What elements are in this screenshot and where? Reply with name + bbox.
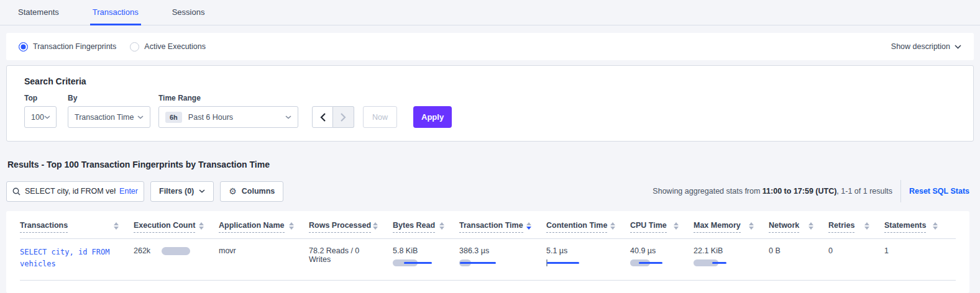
table-row: SELECT city, id FROM vehicles 262k movr … <box>20 239 969 274</box>
top-label: Top <box>24 94 57 102</box>
columns-button[interactable]: ⚙ Columns <box>220 181 283 202</box>
by-label: By <box>68 94 150 102</box>
radio-unselected-icon <box>130 42 139 52</box>
time-range-field: Time Range 6h Past 6 Hours <box>158 94 298 128</box>
view-toggle-card: Transaction Fingerprints Active Executio… <box>6 33 974 60</box>
search-criteria-card: Search Criteria Top 100 By Transaction T… <box>6 65 974 142</box>
search-input[interactable] <box>25 187 116 196</box>
table-header-row: Transactions Execution Count Application… <box>20 221 969 233</box>
time-nav-buttons <box>312 106 354 128</box>
col-header-transaction-time[interactable]: Transaction Time <box>459 221 546 233</box>
cell-application-name: movr <box>219 246 309 274</box>
stats-time-range: 11:00 to 17:59 (UTC) <box>762 187 836 196</box>
search-criteria-title: Search Criteria <box>24 76 956 86</box>
top-field: Top 100 <box>24 94 57 128</box>
transaction-fingerprint-link[interactable]: SELECT city, id FROM vehicles <box>20 248 110 268</box>
col-header-rows-processed[interactable]: Rows Processed <box>309 221 393 233</box>
max-memory-bar <box>694 259 754 267</box>
sort-icon[interactable] <box>289 222 294 230</box>
chevron-down-icon <box>44 115 50 119</box>
sort-icon[interactable] <box>610 222 615 230</box>
chevron-down-icon <box>199 189 205 193</box>
radio-active-executions[interactable]: Active Executions <box>130 42 206 52</box>
now-button[interactable]: Now <box>363 106 397 128</box>
col-header-retries[interactable]: Retries <box>828 221 884 233</box>
tab-transactions[interactable]: Transactions <box>90 0 141 25</box>
time-range-value: Past 6 Hours <box>188 113 285 122</box>
cpu-time-bar <box>630 259 679 267</box>
transaction-time-bar <box>459 259 531 267</box>
cell-retries: 0 <box>828 246 884 274</box>
time-range-badge: 6h <box>165 112 182 123</box>
cell-rows-processed: 78.2 Reads / 0 Writes <box>309 246 393 274</box>
col-header-bytes-read[interactable]: Bytes Read <box>393 221 459 233</box>
radio-label: Active Executions <box>144 42 206 51</box>
execution-count-bar <box>162 247 190 255</box>
top-select[interactable]: 100 <box>24 106 57 128</box>
reset-sql-stats-link[interactable]: Reset SQL Stats <box>909 187 969 196</box>
by-select[interactable]: Transaction Time <box>68 106 150 128</box>
cell-cpu-time: 40.9 µs <box>630 246 694 274</box>
previous-time-window-button[interactable] <box>312 106 333 128</box>
sort-icon[interactable] <box>439 222 444 230</box>
search-criteria-controls: Top 100 By Transaction Time Time Range 6… <box>24 94 956 128</box>
cell-bytes-read: 5.8 KiB <box>393 246 459 274</box>
radio-transaction-fingerprints[interactable]: Transaction Fingerprints <box>19 42 116 52</box>
aggregated-stats-note: Showing aggregated stats from 11:00 to 1… <box>653 187 892 196</box>
search-icon <box>12 187 21 196</box>
show-description-toggle[interactable]: Show description <box>891 42 961 51</box>
search-enter-button[interactable]: Enter <box>116 187 138 196</box>
tab-statements[interactable]: Statements <box>16 0 62 25</box>
columns-label: Columns <box>242 187 275 196</box>
table-row-divider <box>20 280 956 281</box>
cell-contention-time: 5.1 µs <box>546 246 630 274</box>
next-time-window-button[interactable] <box>333 106 354 128</box>
filters-button[interactable]: Filters (0) <box>150 181 214 202</box>
radio-selected-icon <box>19 42 28 52</box>
contention-time-bar <box>546 259 615 267</box>
by-field: By Transaction Time <box>68 94 150 128</box>
sort-icon[interactable] <box>749 222 754 230</box>
gear-icon: ⚙ <box>229 186 237 196</box>
divider <box>900 180 901 202</box>
results-title: Results - Top 100 Transaction Fingerprin… <box>7 160 980 169</box>
chevron-down-icon <box>285 115 291 119</box>
col-header-statements[interactable]: Statements <box>884 221 953 233</box>
cell-network: 0 B <box>769 246 828 274</box>
apply-button[interactable]: Apply <box>413 106 452 128</box>
col-header-max-memory[interactable]: Max Memory <box>694 221 769 233</box>
top-select-value: 100 <box>31 113 44 122</box>
search-box[interactable]: Enter <box>6 181 144 202</box>
cell-execution-count: 262k <box>134 246 219 274</box>
sort-icon[interactable] <box>864 222 869 230</box>
col-header-network[interactable]: Network <box>769 221 828 233</box>
sort-icon-active-desc[interactable] <box>526 222 531 230</box>
sql-activity-tabbar: Statements Transactions Sessions <box>0 0 980 25</box>
sort-icon[interactable] <box>199 222 204 230</box>
chevron-down-icon <box>955 45 961 49</box>
sort-icon[interactable] <box>933 222 938 230</box>
show-description-label: Show description <box>891 42 950 51</box>
time-range-select[interactable]: 6h Past 6 Hours <box>158 106 298 128</box>
time-range-label: Time Range <box>158 94 298 102</box>
sort-icon[interactable] <box>114 222 119 230</box>
transactions-table: Transactions Execution Count Application… <box>6 211 969 293</box>
chevron-down-icon <box>137 115 144 119</box>
cell-max-memory: 22.1 KiB <box>694 246 769 274</box>
bytes-read-bar <box>393 259 444 267</box>
sort-icon[interactable] <box>674 222 679 230</box>
col-header-cpu-time[interactable]: CPU Time <box>630 221 694 233</box>
chevron-right-icon <box>341 113 346 122</box>
col-header-transactions[interactable]: Transactions <box>20 221 134 233</box>
col-header-contention-time[interactable]: Contention Time <box>546 221 630 233</box>
tab-sessions[interactable]: Sessions <box>170 0 208 25</box>
cell-transaction: SELECT city, id FROM vehicles <box>20 246 134 274</box>
filters-label: Filters (0) <box>159 187 194 196</box>
chevron-left-icon <box>320 113 326 122</box>
results-controls-row: Enter Filters (0) ⚙ Columns Showing aggr… <box>6 180 974 202</box>
radio-label: Transaction Fingerprints <box>33 42 116 51</box>
sort-icon[interactable] <box>808 222 813 230</box>
col-header-execution-count[interactable]: Execution Count <box>134 221 219 233</box>
col-header-application-name[interactable]: Application Name <box>219 221 309 233</box>
sort-icon[interactable] <box>373 222 378 230</box>
